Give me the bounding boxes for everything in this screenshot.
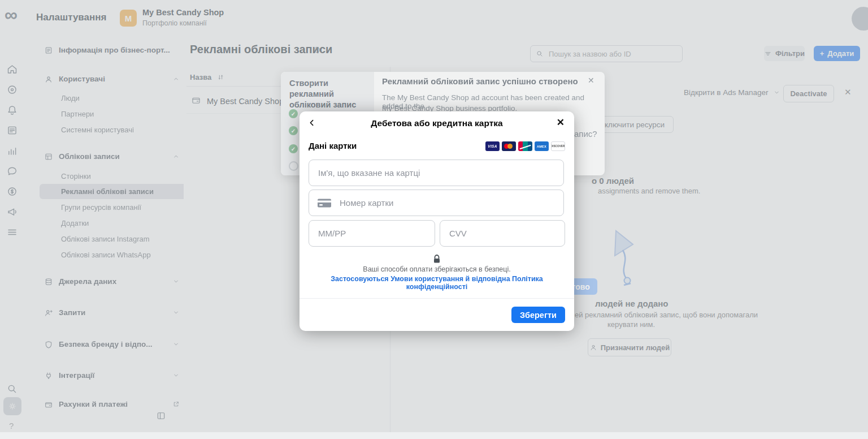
dialog-title: Дебетова або кредитна картка — [300, 118, 574, 128]
mastercard-icon — [502, 141, 516, 151]
cvv-field — [440, 220, 565, 247]
expiry-input[interactable] — [317, 228, 427, 239]
card-details-heading: Дані картки — [309, 141, 357, 150]
name-on-card-field — [309, 160, 564, 186]
app-window: ∞ Налаштування M My Best Candy Shop Порт… — [0, 0, 868, 439]
save-button[interactable]: Зберегти — [511, 307, 565, 323]
cvv-input[interactable] — [448, 228, 557, 239]
unionpay-icon — [518, 141, 532, 151]
security-note: Ваші способи оплати зберігаються в безпе… — [300, 265, 574, 273]
expiry-field — [309, 220, 435, 247]
dialog-footer: Зберегти — [300, 298, 574, 331]
card-number-input[interactable] — [338, 197, 555, 208]
terms-link[interactable]: Застосовуються Умови користування й відп… — [300, 275, 574, 291]
card-number-field — [309, 190, 564, 216]
horizontal-scrollbar[interactable] — [0, 432, 868, 439]
close-icon[interactable]: ✕ — [557, 117, 565, 128]
amex-icon: AMEX — [535, 141, 549, 151]
credit-card-dialog: Дебетова або кредитна картка ✕ Дані карт… — [300, 111, 574, 331]
credit-card-icon — [317, 198, 332, 208]
visa-icon: VISA — [485, 141, 500, 151]
card-brand-icons: VISA AMEX DISCOVER — [485, 141, 565, 151]
discover-icon: DISCOVER — [551, 141, 565, 151]
name-on-card-input[interactable] — [317, 167, 555, 178]
lock-icon — [300, 254, 574, 264]
